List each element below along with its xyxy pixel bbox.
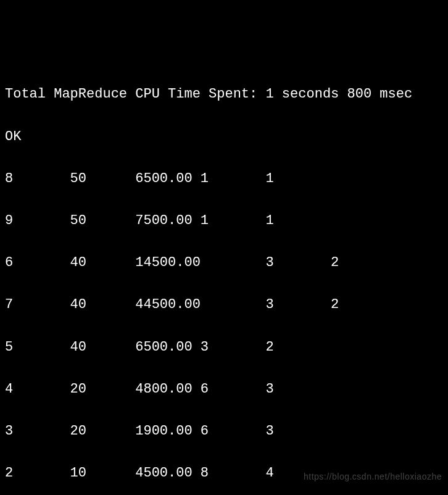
result-row: 3 20 1900.00 6 3 (5, 421, 443, 442)
result-row: 4 20 4800.00 6 3 (5, 379, 443, 400)
result-row: 7 40 44500.00 3 2 (5, 294, 443, 315)
status-ok: OK (5, 127, 443, 148)
result-row: 5 40 6500.00 3 2 (5, 337, 443, 358)
result-row: 8 50 6500.00 1 1 (5, 168, 443, 189)
mapreduce-summary-line: Total MapReduce CPU Time Spent: 1 second… (5, 84, 443, 105)
result-row: 6 40 14500.00 3 2 (5, 252, 443, 273)
watermark-text: https://blog.csdn.net/helloxiaozhe (304, 470, 442, 484)
result-row: 9 50 7500.00 1 1 (5, 210, 443, 231)
